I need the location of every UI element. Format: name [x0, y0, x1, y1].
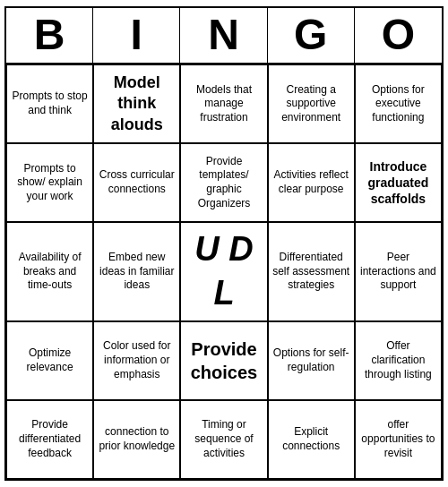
bingo-cell-23: Explicit connections — [268, 400, 355, 479]
bingo-cell-13: Differentiated self assessment strategie… — [268, 222, 355, 321]
bingo-cell-24: offer opportunities to revisit — [355, 400, 442, 479]
letter-b: B — [6, 8, 93, 63]
bingo-cell-5: Prompts to show/ explain your work — [6, 143, 93, 222]
bingo-cell-4: Options for executive functioning — [355, 64, 442, 143]
letter-n: N — [180, 8, 267, 63]
bingo-cell-18: Options for self-regulation — [268, 321, 355, 400]
letter-i: I — [93, 8, 180, 63]
bingo-cell-12: U D L — [180, 222, 267, 321]
bingo-cell-20: Provide differentiated feedback — [6, 400, 93, 479]
bingo-cell-1: Model think alouds — [93, 64, 180, 143]
bingo-header: B I N G O — [6, 8, 442, 64]
bingo-cell-17: Provide choices — [180, 321, 267, 400]
bingo-cell-6: Cross curricular connections — [93, 143, 180, 222]
bingo-card: B I N G O Prompts to stop and thinkModel… — [4, 6, 444, 481]
bingo-cell-2: Models that manage frustration — [180, 64, 267, 143]
bingo-cell-19: Offer clarification through listing — [355, 321, 442, 400]
bingo-cell-16: Color used for information or emphasis — [93, 321, 180, 400]
bingo-cell-8: Activities reflect clear purpose — [268, 143, 355, 222]
letter-g: G — [268, 8, 355, 63]
bingo-cell-3: Creating a supportive environment — [268, 64, 355, 143]
bingo-cell-22: Timing or sequence of activities — [180, 400, 267, 479]
bingo-cell-11: Embed new ideas in familiar ideas — [93, 222, 180, 321]
bingo-cell-0: Prompts to stop and think — [6, 64, 93, 143]
bingo-cell-9: Introduce graduated scaffolds — [355, 143, 442, 222]
bingo-cell-15: Optimize relevance — [6, 321, 93, 400]
bingo-grid: Prompts to stop and thinkModel think alo… — [6, 64, 442, 479]
bingo-cell-7: Provide templates/ graphic Organizers — [180, 143, 267, 222]
bingo-cell-14: Peer interactions and support — [355, 222, 442, 321]
bingo-cell-10: Availability of breaks and time-outs — [6, 222, 93, 321]
bingo-cell-21: connection to prior knowledge — [93, 400, 180, 479]
letter-o: O — [355, 8, 442, 63]
